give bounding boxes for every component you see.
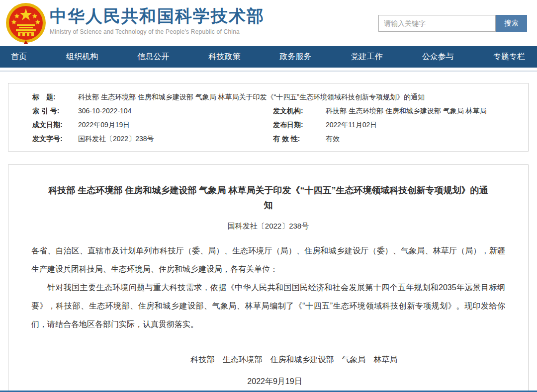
article-paragraph: 各省、自治区、直辖市及计划单列市科技厅（委、局）、生态环境厅（局）、住房和城乡建… — [31, 241, 505, 278]
article-title: 科技部 生态环境部 住房和城乡建设部 气象局 林草局关于印发《“十四五”生态环境… — [45, 183, 491, 213]
meta-validity-value: 有效 — [326, 132, 528, 146]
site-header: 中华人民共和国科学技术部 Ministry of Science and Tec… — [0, 0, 537, 46]
header-divider — [0, 71, 537, 72]
nav-item-public-participation[interactable]: 公众参与 — [422, 52, 454, 62]
meta-title-label: 标 题: — [32, 90, 78, 104]
meta-index-value: 306-10-2022-104 — [78, 104, 273, 118]
nav-item-gov-services[interactable]: 政务服务 — [280, 52, 312, 62]
nav-item-special-topics[interactable]: 专题专栏 — [493, 52, 525, 62]
article-doc-number: 国科发社〔2022〕238号 — [31, 221, 505, 232]
article-paragraph: 针对我国主要生态环境问题与重大科技需求，依据《中华人民共和国国民经济和社会发展第… — [31, 278, 505, 333]
main-nav: 首页 组织机构 信息公开 科技政策 政务服务 党建工作 公众参与 专题专栏 — [0, 46, 537, 68]
search-button[interactable]: 搜索 — [496, 15, 527, 32]
article-signature: 科技部 生态环境部 住房和城乡建设部 气象局 林草局 — [31, 353, 505, 366]
meta-written-date-value: 2022年09月19日 — [78, 118, 273, 132]
meta-publish-date-value: 2022年11月02日 — [326, 118, 528, 132]
page: 中华人民共和国科学技术部 Ministry of Science and Tec… — [0, 0, 537, 392]
meta-validity-label: 有 效 性: — [273, 132, 326, 146]
article-body: 各省、自治区、直辖市及计划单列市科技厅（委、局）、生态环境厅（局）、住房和城乡建… — [31, 241, 505, 333]
meta-title-value: 科技部 生态环境部 住房和城乡建设部 气象局 林草局关于印发《“十四五”生态环境… — [78, 90, 528, 104]
meta-doc-no-value: 国科发社〔2022〕238号 — [78, 132, 273, 146]
article-date: 2022年9月19日 — [31, 375, 505, 388]
nav-item-home[interactable]: 首页 — [11, 52, 27, 62]
site-title: 中华人民共和国科学技术部 — [50, 6, 265, 25]
document-meta-grid: 标 题: 科技部 生态环境部 住房和城乡建设部 气象局 林草局关于印发《“十四五… — [32, 90, 528, 146]
nav-item-organization[interactable]: 组织机构 — [66, 52, 98, 62]
meta-doc-no-label: 发文字号: — [32, 132, 78, 146]
logo-link[interactable] — [5, 2, 47, 44]
search-input[interactable] — [378, 15, 496, 32]
article-box: 科技部 生态环境部 住房和城乡建设部 气象局 林草局关于印发《“十四五”生态环境… — [8, 164, 529, 392]
meta-written-date-label: 成文日期: — [32, 118, 78, 132]
search-bar: 搜索 — [378, 15, 527, 32]
nav-item-sci-tech-policy[interactable]: 科技政策 — [208, 52, 240, 62]
nav-item-party-building[interactable]: 党建工作 — [351, 52, 383, 62]
meta-agency-value: 科技部 生态环境部 住房和城乡建设部 气象局 林草局 — [326, 104, 528, 118]
meta-agency-label: 发文机构: — [273, 104, 326, 118]
meta-publish-date-label: 发布日期: — [273, 118, 326, 132]
document-meta-box: 标 题: 科技部 生态环境部 住房和城乡建设部 气象局 林草局关于印发《“十四五… — [8, 83, 529, 152]
meta-index-label: 索 引 号: — [32, 104, 78, 118]
site-identity: 中华人民共和国科学技术部 Ministry of Science and Tec… — [50, 6, 265, 35]
nav-item-info-disclosure[interactable]: 信息公开 — [137, 52, 169, 62]
site-subtitle: Ministry of Science and Technology of th… — [50, 28, 265, 35]
national-emblem-icon — [5, 2, 47, 44]
